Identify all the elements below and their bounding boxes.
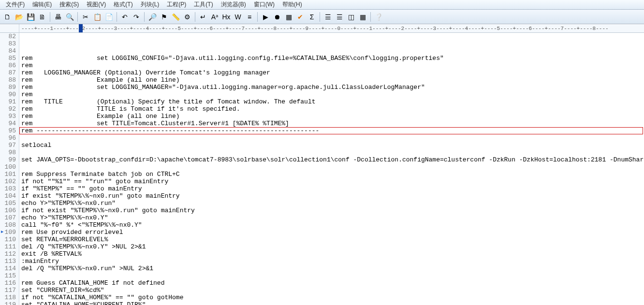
ruler-icon[interactable]: 📏 [170,12,181,22]
list1-icon[interactable]: ☰ [322,12,333,22]
code-line[interactable]: set "CATALINA_HOME=%CURRENT_DIR%" [21,301,644,305]
menu-edit[interactable]: 编辑(E) [29,0,56,9]
line-number: 99 [0,156,16,163]
preview-icon[interactable]: 🔍 [64,12,75,22]
cut-icon[interactable]: ✂ [80,12,91,22]
code-area[interactable]: rem set LOGGING_CONFIG="-Djava.util.logg… [19,33,644,305]
line-number: 90 [0,91,16,98]
print-icon[interactable]: 🖶 [53,12,63,22]
block-icon[interactable]: ▦ [283,12,294,22]
code-line[interactable]: rem set LOGGING_CONFIG="-Djava.util.logg… [21,55,644,62]
word-icon[interactable]: W [233,12,243,22]
separator [320,12,320,22]
ruler: ----+----1----+----2----+----3----+----4… [0,24,644,33]
separator [195,12,195,22]
code-line[interactable]: set JAVA_OPTS=-Dbootstrap_confdir=D:\apa… [21,156,644,163]
menu-window[interactable]: 窗口(W) [250,0,278,9]
redo-icon[interactable]: ↷ [131,12,142,22]
menu-view[interactable]: 视图(V) [83,0,110,9]
code-line[interactable]: call "%~f0" %* <"%TEMP%\%~nx0.Y" [21,221,644,229]
code-line[interactable]: rem Suppress Terminate batch job on CTRL… [21,171,644,178]
code-line[interactable]: setlocal [21,142,644,149]
line-number: 95 [0,127,16,134]
code-line[interactable]: del /Q "%TEMP%\%~nx0.run" >NUL 2>&1 [21,265,644,272]
line-number: 94 [0,120,16,127]
undo-icon[interactable]: ↶ [119,12,130,22]
code-line[interactable]: rem TITLE (Optional) Specify the title o… [21,98,644,105]
saveall-icon[interactable]: 🗎 [37,12,47,22]
line-number: 118 [0,294,16,301]
font-icon[interactable]: Aᵃ [209,12,220,22]
code-line[interactable]: :mainEntry [21,258,644,265]
code-line[interactable]: if exist "%TEMP%\%~nx0.run" goto mainEnt… [21,192,644,200]
code-line[interactable]: if not "%CATALINA_HOME%" == "" goto gotH… [21,294,644,301]
line-number: 93 [0,113,16,120]
separator [144,12,145,22]
menu-format[interactable]: 格式(T) [110,0,136,9]
find-icon[interactable]: 🔎 [147,12,158,22]
menu-browser[interactable]: 浏览器(B) [217,0,250,9]
menu-file[interactable]: 文件(F) [2,0,29,9]
new-icon[interactable]: 🗋 [2,12,13,22]
config-icon[interactable]: ⚙ [182,12,192,22]
line-number: 107 [0,214,16,221]
code-line[interactable] [21,272,644,279]
code-line[interactable]: if not exist "%TEMP%\%~nx0.run" goto mai… [21,207,644,214]
line-number: 104 [0,192,16,200]
editor[interactable]: 8283848586878889909192939495969798991001… [0,33,644,305]
code-line[interactable]: set RETVAL=%ERRORLEVEL% [21,236,644,243]
line-number: 98 [0,149,16,156]
code-line[interactable]: if "%TEMP%" == "" goto mainEntry [21,185,644,192]
sum-icon[interactable]: Σ [307,12,317,22]
code-line[interactable] [21,149,644,156]
code-line[interactable]: rem Example (all one line) [21,113,644,120]
code-line[interactable]: rem LOGGING_MANAGER (Optional) Override … [21,69,644,76]
code-line[interactable]: if not ""%1"" == ""run"" goto mainEntry [21,178,644,185]
ruler-marks: ----+----1----+----2----+----3----+----4… [19,24,609,32]
ruler-caret-icon [79,24,83,32]
line-number: 115 [0,272,16,279]
code-line[interactable]: rem ------------------------------------… [21,127,644,134]
line-number: 109 [0,229,16,236]
paste-icon[interactable]: 📄 [103,12,114,22]
outline-icon[interactable]: ≡ [244,12,255,22]
menu-project[interactable]: 工程(P) [163,0,190,9]
code-line[interactable]: rem set TITLE=Tomcat.Cluster#1.Server#1 … [21,120,644,127]
code-line[interactable] [21,163,644,171]
menu-search[interactable]: 搜索(S) [56,0,83,9]
line-number: 114 [0,265,16,272]
code-line[interactable]: exit /B %RETVAL% [21,250,644,258]
menu-tools[interactable]: 工具(T) [190,0,217,9]
grid-icon[interactable]: ▦ [357,12,368,22]
code-line[interactable]: rem [21,62,644,69]
code-line[interactable]: set "CURRENT_DIR=%cd%" [21,287,644,294]
list2-icon[interactable]: ☰ [334,12,345,22]
wrap-icon[interactable]: ↵ [198,12,208,22]
open-icon[interactable]: 📂 [14,12,24,22]
code-line[interactable]: del /Q "%TEMP%\%~nx0.Y" >NUL 2>&1 [21,243,644,250]
hex-icon[interactable]: Hx [221,12,232,22]
separator [77,12,78,22]
help-icon[interactable]: ❔ [373,12,384,22]
code-line[interactable]: echo Y>"%TEMP%\%~nx0.run" [21,200,644,207]
code-line[interactable]: echo Y>"%TEMP%\%~nx0.Y" [21,214,644,221]
code-line[interactable]: rem Use provided errorlevel [21,229,644,236]
code-line[interactable]: rem TITLE is Tomcat if it's not specifie… [21,105,644,113]
chart-icon[interactable]: ◫ [346,12,356,22]
line-number: 82 [0,33,16,40]
line-number: 106 [0,207,16,214]
code-line[interactable]: rem set LOGGING_MANAGER="-Djava.util.log… [21,84,644,91]
code-line[interactable]: rem Example (all one line) [21,76,644,84]
record-icon[interactable]: ⏺ [272,12,282,22]
run-icon[interactable]: ▶ [260,12,271,22]
code-line[interactable] [21,134,644,142]
menu-help[interactable]: 帮助(H) [278,0,306,9]
bookmark-icon[interactable]: ⚑ [159,12,169,22]
save-icon[interactable]: 💾 [25,12,36,22]
menu-column[interactable]: 列块(L) [137,0,163,9]
copy-icon[interactable]: 📋 [92,12,102,22]
code-line[interactable]: rem Guess CATALINA_HOME if not defined [21,279,644,287]
separator [50,12,50,22]
code-line[interactable]: rem [21,91,644,98]
check-icon[interactable]: ✔ [295,12,306,22]
